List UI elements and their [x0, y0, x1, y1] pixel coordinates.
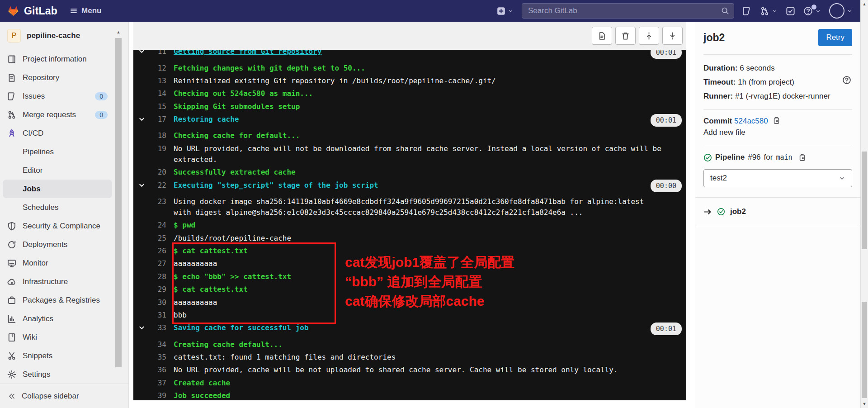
log-line-number[interactable]: 17 — [146, 114, 166, 125]
log-line-number[interactable]: 20 — [146, 167, 166, 178]
scrollbar-down-arrow[interactable]: ▼ — [861, 402, 868, 406]
job-title: job2 — [703, 32, 725, 44]
copy-commit-sha-icon[interactable] — [773, 117, 780, 124]
log-line-number[interactable]: 13 — [146, 76, 166, 86]
sidebar-item-merge-requests[interactable]: Merge requests0 — [3, 105, 112, 124]
log-line-number[interactable]: 29 — [146, 284, 166, 295]
log-line-number[interactable]: 37 — [146, 378, 166, 389]
new-menu-button[interactable] — [497, 7, 514, 15]
search-input[interactable] — [522, 6, 734, 15]
sidebar-item-wiki[interactable]: Wiki — [3, 328, 112, 346]
log-line-number[interactable]: 33 — [146, 323, 166, 333]
sidebar-item-monitor[interactable]: Monitor — [3, 254, 112, 272]
search-icon[interactable] — [721, 7, 729, 15]
sidebar-item-packages-registries[interactable]: Packages & Registries — [3, 291, 112, 309]
sidebar-item-editor[interactable]: Editor — [3, 161, 112, 180]
sidebar-item-jobs[interactable]: Jobs — [3, 180, 112, 198]
section-collapse-chevron-icon[interactable] — [138, 182, 146, 189]
help-button[interactable] — [803, 6, 821, 16]
log-line-number[interactable]: 31 — [146, 310, 166, 321]
scrollbar-thumb[interactable] — [862, 152, 867, 249]
section-collapse-chevron-icon[interactable] — [138, 324, 146, 331]
log-line-33: 33Saving cache for successful job00:01 — [133, 322, 686, 334]
log-line-number[interactable]: 22 — [146, 180, 166, 191]
log-line-number[interactable]: 39 — [146, 390, 166, 400]
log-line-text: bbb — [174, 310, 686, 321]
scroll-to-bottom-button[interactable] — [662, 27, 683, 45]
issues-dashboard-button[interactable] — [742, 6, 752, 16]
sidebar-item-pipelines[interactable]: Pipelines — [3, 142, 112, 161]
log-line-number[interactable]: 23 — [146, 196, 166, 207]
timeout-help-icon[interactable] — [842, 76, 851, 85]
scroll-to-top-button[interactable] — [639, 27, 659, 45]
sidebar-item-schedules[interactable]: Schedules — [3, 198, 112, 217]
sidebar-item-repository[interactable]: Repository — [3, 68, 112, 87]
log-line-number[interactable]: 28 — [146, 271, 166, 282]
sidebar-item-snippets[interactable]: Snippets — [3, 346, 112, 365]
log-line-number[interactable]: 35 — [146, 352, 166, 363]
log-line-number[interactable]: 11 — [146, 50, 166, 57]
job-list-item[interactable]: job2 — [695, 197, 860, 226]
log-line-number[interactable]: 36 — [146, 365, 166, 375]
snippets-icon — [7, 351, 17, 361]
menu-button[interactable]: Menu — [70, 6, 101, 15]
log-line-number[interactable]: 27 — [146, 258, 166, 269]
page-scrollbar[interactable]: ▲ ▼ — [860, 0, 868, 408]
show-raw-log-button[interactable] — [592, 27, 612, 45]
log-line-number[interactable]: 25 — [146, 233, 166, 244]
sidebar-item-project-information[interactable]: Project information — [3, 50, 112, 68]
sidebar-scrollbar-thumb[interactable] — [115, 38, 122, 367]
repository-icon — [7, 73, 17, 82]
pipeline-ref[interactable]: main — [776, 153, 792, 161]
pipeline-row: Pipeline #96 for main — [703, 153, 852, 162]
section-duration-badge: 00:00 — [651, 180, 682, 192]
sidebar-item-settings[interactable]: Settings — [3, 365, 112, 384]
todos-button[interactable] — [786, 6, 795, 16]
log-line-22: 22Executing "step_script" stage of the j… — [133, 179, 686, 191]
sidebar-item-analytics[interactable]: Analytics — [3, 309, 112, 328]
pipeline-id-link[interactable]: #96 — [748, 153, 760, 161]
log-line-number[interactable]: 15 — [146, 101, 166, 112]
retry-button[interactable]: Retry — [818, 29, 852, 46]
scrollbar-up-arrow[interactable]: ▲ — [861, 2, 868, 6]
log-line-number[interactable]: 30 — [146, 297, 166, 308]
log-line-number[interactable]: 24 — [146, 220, 166, 231]
log-line-13: 13Reinitialized existing Git repository … — [133, 75, 686, 87]
section-collapse-chevron-icon[interactable] — [138, 116, 146, 123]
commit-sha-link[interactable]: 524ac580 — [734, 117, 768, 125]
sidebar-item-issues[interactable]: Issues0 — [3, 87, 112, 105]
pipeline-id[interactable]: #96 — [748, 153, 760, 162]
erase-log-button[interactable] — [615, 27, 636, 45]
log-line-number[interactable]: 26 — [146, 246, 166, 256]
log-line-number[interactable]: 14 — [146, 88, 166, 99]
log-line-text: Creating cache default... — [174, 339, 686, 350]
stage-dropdown[interactable]: test2 — [703, 169, 852, 187]
todos-icon — [786, 6, 795, 16]
sidebar-scroll-up-arrow[interactable]: ▲ — [115, 30, 122, 34]
user-menu-button[interactable] — [829, 3, 853, 19]
log-line-number[interactable]: 34 — [146, 339, 166, 350]
sidebar-item-deployments[interactable]: Deployments — [3, 235, 112, 254]
sidebar-item-label: Settings — [23, 370, 50, 379]
log-line-number[interactable]: 19 — [146, 143, 166, 154]
job-status-passed-icon — [717, 208, 725, 216]
log-line-number[interactable]: 18 — [146, 130, 166, 141]
log-line-number[interactable]: 12 — [146, 63, 166, 74]
copy-ref-icon[interactable] — [798, 154, 806, 161]
sidebar-item-security-compliance[interactable]: Security & Compliance — [3, 217, 112, 235]
project-header[interactable]: P pepiline-cache — [0, 22, 128, 50]
scroll-down-icon — [668, 32, 677, 40]
sidebar-item-label: Packages & Registries — [23, 296, 100, 305]
sidebar-item-label: Editor — [23, 166, 42, 175]
chevron-down-icon — [847, 8, 853, 14]
duration-label: Duration: — [703, 64, 738, 72]
sidebar-item-ci-cd[interactable]: CI/CD — [3, 124, 112, 142]
section-collapse-chevron-icon[interactable] — [138, 50, 146, 55]
merge-requests-button[interactable] — [760, 6, 778, 16]
collapse-sidebar-button[interactable]: Collapse sidebar — [0, 384, 128, 408]
issues-icon — [7, 92, 17, 101]
scrollbar-thumb[interactable] — [862, 302, 867, 398]
gitlab-home-link[interactable]: GitLab — [7, 5, 57, 17]
sidebar-item-infrastructure[interactable]: Infrastructure — [3, 272, 112, 291]
count-badge: 0 — [95, 111, 108, 119]
